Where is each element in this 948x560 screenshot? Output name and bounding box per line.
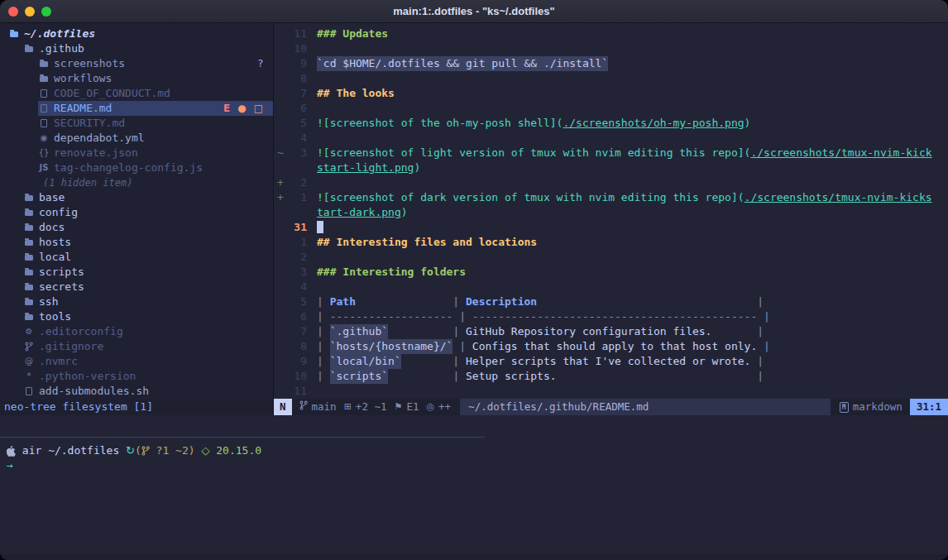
sidebar-item-label: ~/.dotfiles: [24, 26, 95, 41]
folder-icon: [23, 225, 35, 231]
sidebar-item-dotfiles[interactable]: ~/.dotfiles: [0, 26, 273, 41]
sidebar-item-base[interactable]: base: [0, 190, 273, 205]
git-sign: [274, 235, 287, 250]
sidebar-item-secrets[interactable]: secrets: [0, 280, 273, 294]
prompt-segment: [7, 446, 16, 457]
editor-line[interactable]: 10| `scripts` | Setup scripts. |: [274, 369, 948, 384]
nvim-area: ~/.dotfiles.githubscreenshots?workflowsC…: [0, 23, 948, 415]
sidebar-item-label: dependabot.yml: [54, 131, 145, 146]
sidebar-item-dependabot-yml[interactable]: ◉dependabot.yml: [0, 131, 273, 146]
editor-line[interactable]: 1## Interesting files and locations: [274, 235, 948, 250]
close-button[interactable]: [8, 7, 18, 17]
editor-line[interactable]: 5![screenshot of the oh-my-posh shell](.…: [274, 116, 948, 131]
sidebar-item-hosts[interactable]: hosts: [0, 235, 273, 250]
sidebar-item-label: ssh: [39, 294, 58, 309]
editor-line[interactable]: 6| ------------------- | ---------------…: [274, 309, 948, 324]
text-segment: Description: [466, 294, 537, 309]
editor-line[interactable]: 10: [274, 41, 948, 56]
sidebar-item-docs[interactable]: docs: [0, 220, 273, 235]
text-segment: start-light.png: [317, 160, 414, 175]
prompt-segment: 20.15.0: [209, 443, 261, 458]
git-sign: [274, 101, 287, 116]
sidebar-item-label: SECURITY.md: [54, 116, 125, 131]
editor-line[interactable]: 5| Path | Description |: [274, 294, 948, 309]
shell-prompt: air ~/.dotfiles ↻ ( ?1 ~2) ◇ 20.15.0: [0, 443, 948, 458]
folder-icon: [23, 210, 35, 216]
editor-line[interactable]: 6: [274, 101, 948, 116]
sidebar-item-screenshots[interactable]: screenshots?: [0, 56, 273, 71]
editor-line[interactable]: tart-dark.png): [274, 205, 948, 220]
sidebar-item-workflows[interactable]: workflows: [0, 71, 273, 86]
sidebar-item-local[interactable]: local: [0, 250, 273, 265]
editor-line[interactable]: 8| `hosts/{hostname}/` | Configs that sh…: [274, 339, 948, 354]
js-icon: JS: [38, 160, 50, 175]
folder-icon: [23, 314, 35, 320]
editor-line[interactable]: ~3![screenshot of light version of tmux …: [274, 146, 948, 160]
editor-line[interactable]: 3### Interesting folders: [274, 265, 948, 280]
zoom-button[interactable]: [41, 7, 51, 17]
editor-line[interactable]: 9| `local/bin` | Helper scripts that I'v…: [274, 354, 948, 369]
diff-icon: ⊞: [344, 400, 352, 414]
sidebar-item-config[interactable]: config: [0, 205, 273, 220]
line-number: 7: [287, 86, 307, 101]
editor-line[interactable]: 7| `.github` | GitHub Repository configu…: [274, 324, 948, 339]
git-sign: [274, 131, 287, 146]
sidebar-item-label: .gitignore: [39, 339, 103, 354]
sidebar-item-github[interactable]: .github: [0, 41, 273, 56]
titlebar[interactable]: main:1:.dotfiles - "ks~/.dotfiles": [0, 0, 948, 23]
text-segment: |: [317, 369, 330, 384]
line-number: 7: [287, 324, 307, 339]
sidebar-item-add-submodules-sh[interactable]: add-submodules.sh: [0, 384, 273, 399]
git-sign: [274, 71, 287, 86]
line-number: 6: [287, 309, 307, 324]
text-segment: |: [750, 354, 764, 369]
git-sign: [274, 339, 287, 354]
editor-line[interactable]: 7## The looks: [274, 86, 948, 101]
editor-line[interactable]: 11### Updates: [274, 26, 948, 41]
text-segment: screenshot of light version of tmux with…: [330, 146, 738, 160]
text-segment: screenshot of dark version of tmux with …: [330, 190, 731, 205]
text-segment: ](: [738, 146, 751, 160]
editor-line[interactable]: 4: [274, 280, 948, 294]
sidebar-item-readme-md[interactable]: README.mdE●□: [38, 101, 273, 116]
sidebar-item-1-hidden-item[interactable]: (1 hidden item): [0, 175, 273, 190]
sidebar-item-tools[interactable]: tools: [0, 309, 273, 324]
line-number: [287, 160, 307, 175]
editor-line[interactable]: 9`cd $HOME/.dotfiles && git pull && ./in…: [274, 56, 948, 71]
sidebar-item-renovate-json[interactable]: {}renovate.json: [0, 146, 273, 160]
sidebar-item-nvmrc[interactable]: @.nvmrc: [0, 354, 273, 369]
sidebar-item-ssh[interactable]: ssh: [0, 294, 273, 309]
editor-line[interactable]: start-light.png): [274, 160, 948, 175]
editor-buffer[interactable]: 11### Updates 10 9`cd $HOME/.dotfiles &&…: [274, 23, 948, 399]
sidebar-item-tag-changelog-config-js[interactable]: JStag-changelog-config.js: [0, 160, 273, 175]
minimize-button[interactable]: [25, 7, 35, 17]
flags-text: ++: [438, 400, 451, 414]
sidebar-item-python-version[interactable]: *.python-version: [0, 369, 273, 384]
tmux-status-bar: 1:.dotfiles air/main TMUX: [0, 554, 948, 560]
terminal-window: main:1:.dotfiles - "ks~/.dotfiles" ~/.do…: [0, 0, 948, 560]
prompt-segment: ◇: [201, 443, 209, 458]
folder-open-icon: [8, 31, 20, 37]
text-segment: |: [317, 354, 330, 369]
sidebar-item-label: add-submodules.sh: [39, 384, 149, 399]
editor-line[interactable]: 8: [274, 71, 948, 86]
flags-icon: ◎: [426, 400, 434, 414]
sidebar-item-scripts[interactable]: scripts: [0, 265, 273, 280]
editor-line[interactable]: 2: [274, 250, 948, 265]
sidebar-item-security-md[interactable]: SECURITY.md: [0, 116, 273, 131]
sidebar-item-label: .nvmrc: [39, 354, 78, 369]
editor-line[interactable]: +1![screenshot of dark version of tmux w…: [274, 190, 948, 205]
neotree-statusline: neo-tree filesystem [1]: [0, 399, 273, 415]
sidebar-item-editorconfig[interactable]: ⚙.editorconfig: [0, 324, 273, 339]
editor-line[interactable]: 31: [274, 220, 948, 235]
sidebar-item-gitignore[interactable]: .gitignore: [0, 339, 273, 354]
sidebar-item-code-of-conduct-md[interactable]: CODE_OF_CONDUCT.md: [0, 86, 273, 101]
error-badge: E: [223, 101, 230, 116]
editor-line[interactable]: +2: [274, 175, 948, 190]
editor-line[interactable]: 11: [274, 384, 948, 399]
sidebar-item-label: renovate.json: [54, 146, 138, 160]
editor-line[interactable]: 4: [274, 131, 948, 146]
shell-input[interactable]: →: [0, 458, 948, 473]
sidebar-item-label: base: [39, 190, 65, 205]
branch-icon: [299, 402, 308, 413]
